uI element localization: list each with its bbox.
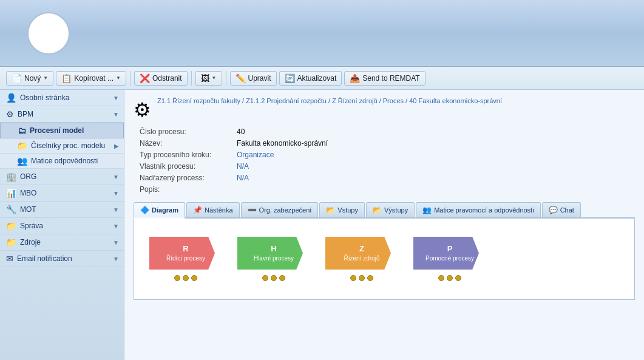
toolbar-btn-img[interactable]: 🖼▼ [195, 71, 222, 86]
mbo-icon: 📊 [6, 188, 16, 198]
field-value-link-3[interactable]: N/A [237, 162, 249, 171]
process-arrow-z[interactable]: ZŘízení zdrojů [325, 237, 398, 281]
process-arrow-p[interactable]: PPomocné procesy [413, 237, 486, 281]
toolbar-btn-delete[interactable]: ❌Odstranit [134, 71, 188, 86]
sidebar-item-inner: 🏢 ORG [6, 172, 36, 182]
toolbar-separator [191, 71, 192, 86]
toolbar-btn-refresh[interactable]: 🔄Aktualizovat [279, 71, 342, 86]
dot [367, 275, 373, 281]
breadcrumb-link-1[interactable]: Z1.1.2 Projednání rozpočtu [246, 97, 327, 104]
tab-vystupy[interactable]: 📂 Výstupy [366, 202, 415, 217]
breadcrumb: Z1.1 Řízení rozpočtu fakulty / Z1.1.2 Pr… [157, 97, 502, 104]
dot [271, 275, 277, 281]
sprava-icon: 📁 [6, 221, 16, 231]
sidebar: 👤 Osobní stránka ▼ ⚙ BPM ▼ 🗂 Procesní mo… [0, 90, 124, 360]
matice-tab-icon: 👥 [422, 206, 432, 214]
tab-matice[interactable]: 👥 Matice pravomocí a odpovědnosti [416, 202, 540, 217]
arrow-sublabel: Pomocné procesy [425, 255, 474, 262]
matice-icon: 👥 [17, 156, 27, 166]
field-row-1: Název: Fakulta ekonomicko-správní [140, 139, 635, 148]
arrow-letter: Z [359, 244, 364, 254]
dot [279, 275, 285, 281]
new-label: Nový [24, 74, 41, 83]
arrow-body [149, 237, 215, 270]
breadcrumb-link-2[interactable]: Z Řízení zdrojů [332, 97, 378, 104]
nastanka-tab-label: Nástěnka [205, 206, 232, 214]
org-icon: 🏢 [6, 172, 16, 182]
sidebar-label-mot: MOT [20, 205, 36, 214]
tab-chat[interactable]: 💬 Chat [542, 202, 581, 217]
dot [359, 275, 365, 281]
toolbar-btn-copy[interactable]: 📋Kopírovat ...▼ [56, 71, 126, 86]
sidebar-sublabel-ciselniky: Číselníky proc. modelu [31, 141, 105, 150]
toolbar-btn-edit[interactable]: ✏️Upravit [230, 71, 277, 86]
field-row-4: Nadřazený process: N/A [140, 174, 635, 182]
sidebar-item-sprava[interactable]: 📁 Správa ▼ [0, 218, 124, 234]
nastanka-tab-icon: 📌 [193, 206, 202, 214]
org-zab-tab-label: Org. zabezpečení [259, 206, 312, 214]
refresh-icon: 🔄 [285, 73, 295, 83]
dropdown-arrow-icon: ▼ [116, 75, 121, 81]
process-arrow-r[interactable]: RŘídící procesy [149, 237, 222, 281]
tab-org-zab[interactable]: ➖ Org. zabezpečení [241, 202, 319, 217]
sidebar-item-email[interactable]: ✉ Email notification ▼ [0, 251, 124, 267]
breadcrumb-link-3[interactable]: Proces [383, 97, 404, 104]
process-arrow-h[interactable]: HHlavní procesy [237, 237, 310, 281]
toolbar-separator [130, 71, 130, 86]
tab-vstupy[interactable]: 📂 Vstupy [319, 202, 365, 217]
main-layout: 👤 Osobní stránka ▼ ⚙ BPM ▼ 🗂 Procesní mo… [0, 90, 644, 360]
arrow-body [325, 237, 391, 270]
sidebar-item-zdroje[interactable]: 📁 Zdroje ▼ [0, 234, 124, 251]
sidebar-item-mbo[interactable]: 📊 MBO ▼ [0, 185, 124, 202]
sidebar-item-osobni[interactable]: 👤 Osobní stránka ▼ [0, 90, 124, 106]
dot [447, 275, 453, 281]
arrow-shape-p: PPomocné procesy [413, 237, 486, 270]
matice-tab-label: Matice pravomocí a odpovědnosti [434, 206, 534, 214]
field-row-5: Popis: [140, 185, 635, 194]
sidebar-sublabel-procesni-model: Procesní model [30, 126, 84, 135]
ciselniky-icon: 📁 [17, 141, 27, 151]
detail-fields: Číslo procesu: 40 Název: Fakulta ekonomi… [140, 127, 635, 194]
sidebar-subitem-matice[interactable]: 👥 Matice odpovědnosti [0, 154, 124, 169]
breadcrumb-link-0[interactable]: Z1.1 Řízení rozpočtu fakulty [157, 97, 240, 104]
expand-arrow-icon: ▶ [114, 143, 119, 149]
org-zab-tab-icon: ➖ [248, 206, 257, 214]
sidebar-item-mot[interactable]: 🔧 MOT ▼ [0, 202, 124, 218]
tab-nastanka[interactable]: 📌 Nástěnka [186, 202, 239, 217]
vstupy-tab-label: Vstupy [337, 206, 358, 214]
breadcrumb-text-4: 40 Fakulta ekonomicko-správní [409, 97, 502, 104]
sidebar-item-inner: 👤 Osobní stránka [6, 93, 69, 103]
sidebar-subitem-ciselniky[interactable]: 📁 Číselníky proc. modelu ▶ [0, 138, 124, 154]
sidebar-label-osobni: Osobní stránka [20, 93, 69, 102]
vystupy-tab-icon: 📂 [373, 206, 382, 214]
field-value-link-2[interactable]: Organizace [237, 151, 274, 159]
mot-icon: 🔧 [6, 205, 16, 214]
dropdown-arrow-icon: ▼ [212, 75, 217, 81]
arrow-body [237, 237, 303, 270]
page-title-icon: ⚙ [134, 98, 151, 121]
page-title-area: ⚙ Z1.1 Řízení rozpočtu fakulty / Z1.1.2 … [134, 96, 635, 121]
arrow-sublabel: Řídící procesy [166, 255, 205, 262]
sidebar-subitem-procesni-model[interactable]: 🗂 Procesní model [0, 123, 124, 138]
toolbar-btn-new[interactable]: 📄Nový▼ [6, 71, 53, 86]
field-value-link-4[interactable]: N/A [237, 174, 249, 182]
sidebar-label-mbo: MBO [20, 189, 36, 197]
university-logo [27, 12, 70, 55]
tab-diagram[interactable]: 🔷 Diagram [134, 202, 185, 219]
dropdown-arrow-icon: ▼ [43, 75, 48, 81]
sidebar-item-bpm[interactable]: ⚙ BPM ▼ [0, 106, 124, 123]
header [0, 0, 644, 67]
breadcrumb-separator: / [240, 97, 246, 104]
dots-row [262, 275, 285, 281]
toolbar-btn-remdat[interactable]: 📤Send to REMDAT [344, 71, 425, 86]
vystupy-tab-label: Výstupy [384, 206, 408, 214]
field-label-3: Vlastník procesu: [140, 162, 237, 171]
page-title-block: Z1.1 Řízení rozpočtu fakulty / Z1.1.2 Pr… [157, 96, 502, 104]
sidebar-sublabel-matice: Matice odpovědnosti [31, 157, 98, 165]
refresh-label: Aktualizovat [297, 74, 337, 83]
sidebar-label-bpm: BPM [18, 110, 33, 118]
field-label-0: Číslo procesu: [140, 127, 237, 136]
copy-label: Kopírovat ... [74, 74, 114, 83]
arrow-shape-z: ZŘízení zdrojů [325, 237, 398, 270]
sidebar-item-org[interactable]: 🏢 ORG ▼ [0, 169, 124, 185]
